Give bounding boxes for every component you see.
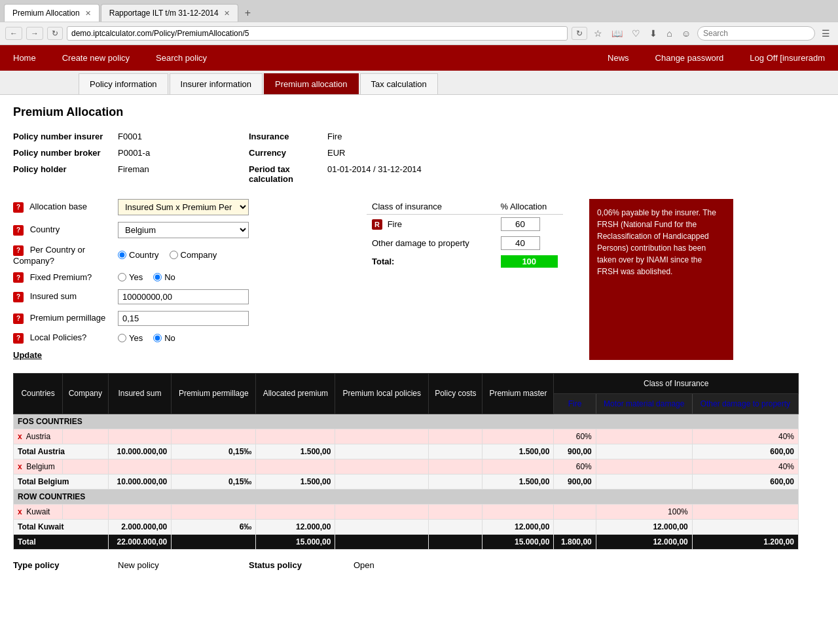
- fixed-premium-radio-no[interactable]: No: [153, 272, 175, 282]
- nav-change-password[interactable]: Change password: [642, 45, 737, 71]
- total-belgium-row: Total Belgium 10.000.000,00 0,15‰ 1.500,…: [14, 474, 799, 489]
- nav-bar: Home Create new policy Search policy New…: [0, 45, 838, 71]
- local-policies-radio-yes[interactable]: Yes: [118, 333, 143, 343]
- settings-icon[interactable]: ☰: [819, 27, 833, 40]
- address-bar: ← → ↻ ↻ ☆ 📖 ♡ ⬇ ⌂ ☺ ☰: [0, 22, 838, 45]
- currency-value: EUR: [327, 146, 524, 160]
- total-belgium-label: Total Belgium: [14, 474, 109, 489]
- nav-log-off[interactable]: Log Off [insureradm: [737, 45, 838, 71]
- form-left: ? Allocation base Insured Sum x Premium …: [13, 199, 340, 360]
- belgium-name: Belgium: [26, 462, 54, 471]
- total-austria-row: Total Austria 10.000.000,00 0,15‰ 1.500,…: [14, 444, 799, 459]
- search-input[interactable]: [697, 26, 815, 41]
- reading-icon[interactable]: 📖: [609, 27, 625, 40]
- kuwait-permillage: 6‰: [172, 519, 256, 534]
- grand-total-motor: 12.000,00: [596, 534, 692, 549]
- data-table-wrapper: Countries Company Insured sum Premium pe…: [13, 373, 799, 550]
- kuwait-remove-button[interactable]: x: [18, 507, 22, 516]
- allocated-premium-header: Allocated premium: [256, 373, 335, 414]
- reload-button[interactable]: ↻: [572, 27, 587, 40]
- insured-sum-help[interactable]: ?: [13, 292, 24, 302]
- browser-chrome: Premium Allocation ✕ Rapportage ILT t/m …: [0, 0, 838, 45]
- austria-master: 1.500,00: [483, 444, 554, 459]
- tab-insurer-information[interactable]: Insurer information: [170, 73, 263, 94]
- address-input[interactable]: [67, 26, 568, 41]
- grand-total-master: 15.000,00: [483, 534, 554, 549]
- bookmark-icon[interactable]: ☆: [591, 27, 605, 40]
- update-button[interactable]: Update: [13, 350, 42, 360]
- nav-search-policy[interactable]: Search policy: [143, 45, 220, 71]
- tab-policy-information[interactable]: Policy information: [79, 73, 168, 94]
- total-kuwait-row: Total Kuwait 2.000.000,00 6‰ 12.000,00 1…: [14, 519, 799, 534]
- insured-sum-header: Insured sum: [108, 373, 172, 414]
- belgium-permillage: 0,15‰: [172, 474, 256, 489]
- country-help[interactable]: ?: [13, 225, 24, 236]
- allocation-base-label: Allocation base: [29, 202, 87, 211]
- austria-remove-button[interactable]: x: [18, 432, 22, 441]
- insured-sum-input[interactable]: [118, 289, 249, 304]
- forward-button[interactable]: →: [26, 27, 43, 40]
- tab-premium-allocation[interactable]: Premium allocation: [264, 73, 359, 94]
- policy-costs-header: Policy costs: [429, 373, 483, 414]
- nav-news[interactable]: News: [594, 45, 642, 71]
- grand-total-row: Total 22.000.000,00 15.000,00 15.000,00 …: [14, 534, 799, 549]
- footer-info: Type policy New policy Status policy Ope…: [13, 560, 799, 570]
- belgium-other-amt: 600,00: [692, 474, 798, 489]
- tab-label: Rapportage ILT t/m 31-12-2014: [109, 9, 219, 18]
- kuwait-master: 12.000,00: [483, 519, 554, 534]
- face-icon[interactable]: ☺: [679, 27, 693, 40]
- fixed-premium-row: ? Fixed Premium? Yes No: [13, 272, 340, 283]
- nav-home[interactable]: Home: [0, 45, 49, 71]
- allocation-base-row: ? Allocation base Insured Sum x Premium …: [13, 199, 340, 215]
- fixed-premium-radio-yes[interactable]: Yes: [118, 272, 143, 282]
- per-country-help[interactable]: ?: [13, 245, 24, 256]
- belgium-remove-button[interactable]: x: [18, 462, 22, 471]
- country-select[interactable]: BelgiumAustriaKuwait: [118, 222, 249, 238]
- row-label: ROW COUNTRIES: [14, 489, 799, 504]
- tab-label: Premium Allocation: [12, 9, 80, 18]
- period-tax-value: 01-01-2014 / 31-12-2014: [327, 162, 524, 186]
- other-allocation-input[interactable]: [501, 236, 540, 250]
- tab-close-icon[interactable]: ✕: [224, 9, 230, 18]
- policy-holder-value: Fireman: [118, 162, 249, 186]
- tab-tax-calculation[interactable]: Tax calculation: [360, 73, 438, 94]
- premium-permillage-header: Premium permillage: [172, 373, 256, 414]
- local-policies-label: Local Policies?: [30, 332, 87, 342]
- form-section: ? Allocation base Insured Sum x Premium …: [13, 199, 799, 360]
- local-policies-row: ? Local Policies? Yes No: [13, 332, 340, 344]
- info-box: 0,06% payable by the insurer. The FRSH (…: [589, 199, 733, 360]
- belgium-allocated: 1.500,00: [256, 474, 335, 489]
- home-icon[interactable]: ⌂: [664, 27, 674, 40]
- insurance-class-table: Class of insurance % Allocation R Fire: [367, 199, 563, 270]
- total-austria-label: Total Austria: [14, 444, 109, 459]
- grand-total-insured-sum: 22.000.000,00: [108, 534, 172, 549]
- total-value: 100: [501, 255, 558, 268]
- tab-close-icon[interactable]: ✕: [85, 9, 91, 18]
- fire-allocation-input[interactable]: [501, 217, 540, 231]
- fixed-premium-help[interactable]: ?: [13, 272, 24, 283]
- refresh-button[interactable]: ↻: [47, 27, 63, 40]
- fos-label: FOS COUNTRIES: [14, 414, 799, 429]
- premium-permillage-input[interactable]: [118, 311, 249, 326]
- per-country-radio-group: Country Company: [118, 250, 217, 260]
- per-country-radio-company[interactable]: Company: [170, 250, 217, 260]
- new-tab-button[interactable]: +: [240, 5, 256, 22]
- premium-permillage-help[interactable]: ?: [13, 313, 24, 324]
- local-policies-help[interactable]: ?: [13, 333, 24, 344]
- per-country-radio-country[interactable]: Country: [118, 250, 159, 260]
- other-damage-label: Other damage to property: [372, 238, 469, 248]
- tab-premium-allocation[interactable]: Premium Allocation ✕: [4, 4, 100, 22]
- heart-icon[interactable]: ♡: [629, 27, 643, 40]
- back-button[interactable]: ←: [5, 27, 22, 40]
- local-policies-radio-group: Yes No: [118, 333, 175, 343]
- fixed-premium-radio-group: Yes No: [118, 272, 175, 282]
- tab-rapportage[interactable]: Rapportage ILT t/m 31-12-2014 ✕: [101, 4, 238, 22]
- nav-create-policy[interactable]: Create new policy: [49, 45, 143, 71]
- allocation-header: % Allocation: [496, 199, 564, 215]
- premium-master-header: Premium master: [483, 373, 554, 414]
- local-policies-radio-no[interactable]: No: [153, 333, 175, 343]
- allocation-base-help[interactable]: ?: [13, 202, 24, 213]
- insurance-label: Insurance: [249, 130, 327, 143]
- download-icon[interactable]: ⬇: [647, 27, 660, 40]
- allocation-base-select[interactable]: Insured Sum x Premium PerPremium OnlyIns…: [118, 199, 249, 215]
